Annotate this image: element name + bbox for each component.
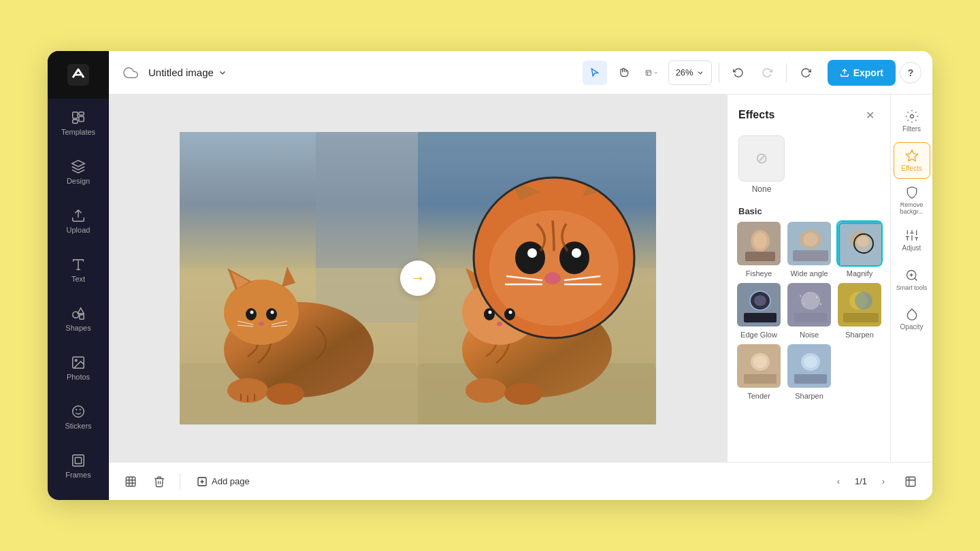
layout-tool-button[interactable] — [640, 61, 664, 85]
svg-point-92 — [801, 292, 820, 310]
svg-rect-17 — [75, 457, 81, 463]
transition-arrow[interactable]: → — [400, 261, 436, 296]
svg-point-56 — [527, 248, 537, 258]
effect-noise[interactable]: Noise — [786, 282, 832, 339]
sidebar-item-upload[interactable]: Upload — [51, 198, 105, 244]
rs-filters[interactable]: Filters — [894, 103, 930, 139]
sidebar-label-text: Text — [71, 275, 85, 283]
svg-rect-78 — [793, 250, 828, 261]
header: Untitled image — [109, 51, 932, 95]
svg-point-32 — [271, 311, 274, 314]
delete-button[interactable] — [148, 471, 170, 492]
hand-tool-button[interactable] — [611, 61, 636, 85]
noise-svg — [787, 283, 832, 328]
redo-button[interactable] — [794, 61, 818, 85]
undo-button[interactable] — [726, 61, 751, 85]
svg-line-124 — [914, 278, 917, 280]
svg-point-30 — [250, 311, 254, 314]
svg-point-111 — [804, 356, 817, 368]
tender-thumb — [736, 343, 782, 389]
sidebar-label-frames: Frames — [65, 471, 91, 479]
canvas-content: → — [180, 132, 656, 424]
svg-rect-99 — [812, 309, 813, 310]
sidebar-item-design[interactable]: Design — [51, 149, 105, 195]
wide-angle-label: Wide angle — [790, 269, 828, 278]
cat-left-svg — [180, 132, 418, 424]
sharpen2-svg — [787, 344, 832, 389]
svg-rect-2 — [79, 112, 84, 116]
sidebar-label-photos: Photos — [67, 373, 90, 381]
svg-rect-93 — [794, 313, 827, 322]
svg-rect-88 — [744, 313, 777, 322]
cloud-icon[interactable] — [120, 62, 142, 84]
expand-button[interactable] — [900, 471, 921, 492]
zoom-control[interactable]: 26% — [668, 61, 712, 85]
effect-edge-glow[interactable]: Edge Glow — [736, 282, 782, 339]
svg-rect-94 — [800, 295, 801, 297]
footer-bar: Add page ‹ 1/1 › — [109, 462, 932, 500]
export-button[interactable]: Export — [828, 60, 896, 86]
prev-page-button[interactable]: ‹ — [829, 472, 848, 491]
app-logo[interactable] — [48, 51, 109, 99]
left-sidebar: Templates Design Upload Te — [48, 51, 109, 500]
rs-adjust[interactable]: Adjust — [894, 222, 930, 258]
rs-effects[interactable]: Effects — [894, 142, 930, 179]
select-tool-button[interactable] — [583, 61, 607, 85]
add-page-button[interactable]: Add page — [190, 472, 257, 491]
help-button[interactable]: ? — [900, 62, 921, 84]
noise-thumb — [786, 282, 832, 328]
svg-point-25 — [224, 280, 299, 345]
sidebar-label-stickers: Stickers — [65, 422, 91, 430]
effect-none[interactable]: ⊘ None — [738, 135, 785, 194]
svg-rect-102 — [843, 313, 879, 322]
svg-point-65 — [484, 308, 495, 320]
rs-remove-bg[interactable]: Remove backgr... — [894, 182, 930, 219]
svg-point-31 — [266, 308, 277, 320]
canvas-area[interactable]: → — [109, 95, 727, 462]
redo-inactive-button[interactable] — [755, 61, 779, 85]
canvas-image-right — [418, 132, 656, 424]
svg-rect-74 — [745, 252, 775, 261]
sidebar-item-stickers[interactable]: Stickers — [51, 394, 105, 440]
effects-grid: Fisheye Wide angle — [728, 220, 890, 407]
sidebar-item-frames[interactable]: Frames — [51, 443, 105, 489]
rs-smart-tools[interactable]: Smart tools — [894, 261, 930, 298]
sidebar-item-templates[interactable]: Templates — [51, 100, 105, 146]
document-title[interactable]: Untitled image — [148, 67, 227, 78]
fisheye-svg — [737, 222, 782, 267]
effect-sharpen2[interactable]: Sharpen — [786, 343, 832, 400]
panel-title: Effects — [738, 109, 774, 121]
svg-point-71 — [504, 383, 542, 405]
frame-button[interactable] — [120, 471, 142, 492]
sidebar-item-text[interactable]: Text — [51, 247, 105, 293]
tender-svg — [737, 344, 782, 389]
effect-magnify[interactable]: Magnify — [836, 220, 883, 278]
effect-tender[interactable]: Tender — [736, 343, 782, 400]
sidebar-item-shapes[interactable]: Shapes — [51, 296, 105, 342]
sidebar-item-photos[interactable]: Photos — [51, 345, 105, 391]
main-area: Untitled image — [109, 51, 932, 500]
svg-rect-131 — [906, 477, 915, 486]
next-page-button[interactable]: › — [874, 472, 893, 491]
edge-glow-svg — [737, 283, 782, 328]
noise-label: Noise — [800, 331, 819, 339]
svg-rect-95 — [808, 293, 809, 294]
sharpen2-thumb — [786, 343, 832, 389]
effect-sharpen[interactable]: Sharpen — [836, 282, 883, 339]
page-navigator: ‹ 1/1 › — [829, 472, 893, 491]
panel-close-button[interactable]: ✕ — [860, 105, 879, 124]
effect-fisheye[interactable]: Fisheye — [736, 220, 782, 278]
svg-rect-106 — [744, 374, 777, 384]
svg-point-89 — [754, 295, 766, 306]
svg-point-75 — [753, 233, 767, 249]
svg-point-79 — [803, 233, 818, 246]
fisheye-thumb — [736, 220, 782, 267]
svg-point-12 — [75, 359, 77, 361]
rs-opacity[interactable]: Opacity — [894, 301, 930, 337]
svg-rect-98 — [820, 303, 821, 305]
tender-label: Tender — [747, 392, 770, 400]
effect-wide-angle[interactable]: Wide angle — [786, 220, 832, 278]
svg-rect-96 — [816, 297, 817, 298]
sharpen2-label: Sharpen — [795, 392, 823, 400]
sidebar-label-shapes: Shapes — [65, 324, 91, 332]
